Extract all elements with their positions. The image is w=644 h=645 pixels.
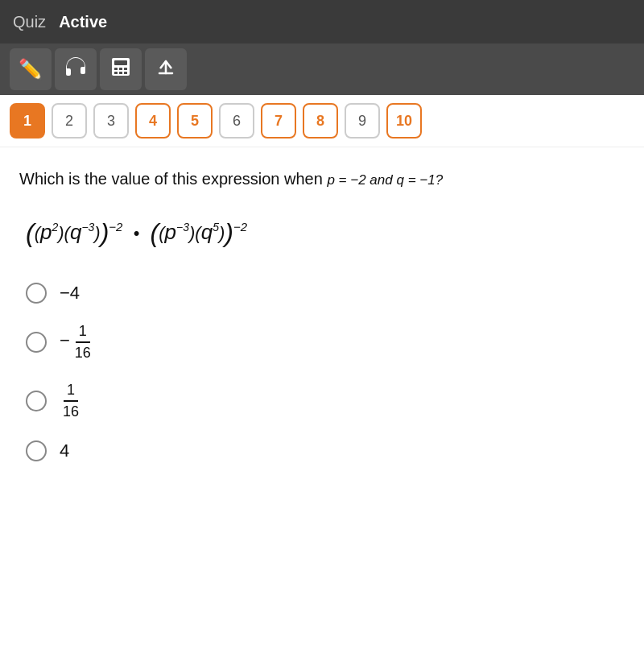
question-number-8[interactable]: 8 bbox=[303, 103, 338, 139]
svg-rect-7 bbox=[124, 72, 127, 74]
pencil-tool-button[interactable]: ✏️ bbox=[10, 48, 52, 90]
question-text: Which is the value of this expression wh… bbox=[19, 167, 625, 191]
question-nav: 1 2 3 4 5 6 7 8 9 10 bbox=[0, 95, 644, 147]
question-number-7[interactable]: 7 bbox=[261, 103, 296, 139]
pencil-icon: ✏️ bbox=[19, 58, 43, 81]
question-number-4[interactable]: 4 bbox=[135, 103, 171, 139]
question-number-1[interactable]: 1 bbox=[10, 103, 45, 139]
headphone-icon bbox=[64, 56, 88, 83]
math-expression: ((p2)(q−3))−2 • ((p−3)(q5))−2 bbox=[19, 210, 625, 257]
radio-c[interactable] bbox=[26, 391, 47, 411]
upload-tool-button[interactable] bbox=[145, 48, 187, 90]
question-number-9[interactable]: 9 bbox=[345, 103, 380, 139]
status-label: Active bbox=[59, 13, 107, 31]
top-bar: Quiz Active bbox=[0, 0, 644, 43]
answer-choices: −4 − 1 16 1 16 bbox=[19, 283, 625, 461]
upload-icon bbox=[155, 56, 177, 83]
answer-label-d: 4 bbox=[60, 440, 69, 461]
svg-rect-3 bbox=[119, 68, 122, 70]
svg-rect-2 bbox=[114, 68, 118, 70]
answer-option-a[interactable]: −4 bbox=[26, 283, 625, 304]
main-content: Which is the value of this expression wh… bbox=[0, 147, 644, 481]
question-condition: p = −2 and q = −1? bbox=[327, 172, 443, 188]
calculator-icon bbox=[109, 56, 132, 83]
radio-d[interactable] bbox=[26, 440, 47, 461]
answer-option-c[interactable]: 1 16 bbox=[26, 382, 625, 421]
svg-rect-4 bbox=[124, 68, 127, 70]
fraction-c: 1 16 bbox=[60, 382, 82, 421]
svg-rect-1 bbox=[114, 60, 127, 65]
question-number-10[interactable]: 10 bbox=[386, 103, 422, 139]
answer-label-c: 1 16 bbox=[60, 382, 82, 421]
radio-a[interactable] bbox=[26, 283, 47, 304]
radio-b[interactable] bbox=[26, 332, 47, 353]
question-number-2[interactable]: 2 bbox=[52, 103, 87, 139]
headphone-tool-button[interactable] bbox=[55, 48, 97, 90]
calculator-tool-button[interactable] bbox=[100, 48, 142, 90]
answer-label-b: − 1 16 bbox=[60, 323, 94, 362]
math-expr-text: ((p2)(q−3))−2 • ((p−3)(q5))−2 bbox=[26, 210, 247, 257]
answer-option-d[interactable]: 4 bbox=[26, 440, 625, 461]
question-number-6[interactable]: 6 bbox=[219, 103, 254, 139]
answer-label-a: −4 bbox=[60, 283, 80, 304]
svg-rect-6 bbox=[119, 72, 122, 74]
question-text-prefix: Which is the value of this expression wh… bbox=[19, 170, 327, 188]
quiz-label: Quiz bbox=[13, 13, 46, 31]
question-number-5[interactable]: 5 bbox=[177, 103, 213, 139]
neg-fraction-b: − 1 16 bbox=[60, 323, 94, 362]
answer-option-b[interactable]: − 1 16 bbox=[26, 323, 625, 362]
question-number-3[interactable]: 3 bbox=[93, 103, 129, 139]
svg-rect-5 bbox=[114, 72, 118, 74]
toolbar: ✏️ bbox=[0, 43, 644, 95]
